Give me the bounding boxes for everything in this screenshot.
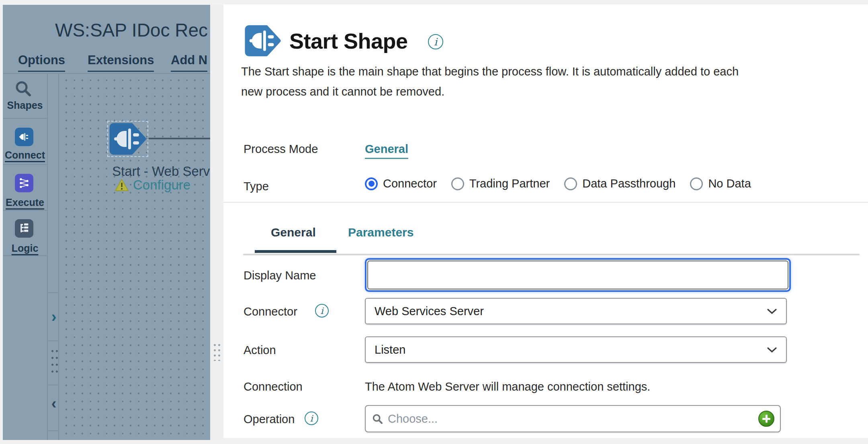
display-name-label: Display Name (244, 269, 316, 282)
configure-link[interactable]: Configure (133, 177, 190, 193)
start-shape-icon (109, 122, 147, 155)
display-name-field (365, 258, 791, 292)
radio-trading-partner[interactable]: Trading Partner (451, 177, 550, 190)
chevron-down-icon (767, 347, 777, 353)
connect-button[interactable] (15, 128, 33, 146)
tab-parameters[interactable]: Parameters (348, 226, 414, 239)
dialog-gutter (210, 5, 223, 440)
process-mode-value-link[interactable]: General (365, 143, 408, 159)
divider (49, 430, 59, 431)
flow-connector-line (147, 138, 210, 139)
search-icon (372, 413, 383, 424)
process-title: WS:SAP IDoc Rec (55, 19, 208, 41)
divider (3, 210, 47, 211)
radio-button-icon[interactable] (564, 177, 577, 190)
connection-label: Connection (244, 380, 303, 393)
process-canvas[interactable]: Start - Web Serv Configure (60, 74, 210, 440)
radio-no-data[interactable]: No Data (690, 177, 751, 190)
connector-label: Connector (244, 305, 297, 318)
panel-collapse-strip: › ‹ (49, 74, 59, 440)
divider (3, 255, 47, 256)
divider (49, 292, 59, 293)
chevron-left-icon[interactable]: ‹ (49, 396, 59, 411)
divider (3, 118, 47, 119)
logic-tree-icon (17, 222, 31, 235)
operation-info-icon[interactable]: i (305, 411, 318, 425)
divider (49, 340, 59, 341)
operation-search-input[interactable] (387, 412, 758, 426)
menu-item-options[interactable]: Options (18, 53, 65, 72)
tab-general[interactable]: General (271, 226, 316, 239)
operation-label: Operation (244, 413, 295, 426)
divider (3, 164, 47, 165)
dialog-description-line2: new process and it cannot be removed. (241, 85, 444, 98)
chevron-down-icon (767, 308, 777, 314)
radio-data-passthrough[interactable]: Data Passthrough (564, 177, 676, 190)
active-tab-underline (255, 250, 336, 253)
panel-resize-handle[interactable] (213, 342, 221, 361)
radio-button-icon[interactable] (690, 177, 703, 190)
connector-info-icon[interactable]: i (315, 304, 329, 318)
section-divider (223, 202, 868, 203)
add-operation-button[interactable] (758, 411, 774, 427)
drag-handle[interactable] (50, 348, 58, 374)
start-shape-icon (244, 24, 281, 57)
sidebar-item-connect[interactable]: Connect (3, 149, 47, 161)
radio-connector[interactable]: Connector (365, 177, 437, 190)
start-shape[interactable] (109, 122, 147, 155)
operation-field (365, 405, 781, 432)
search-icon[interactable] (14, 79, 33, 100)
menu-item-extensions[interactable]: Extensions (88, 53, 154, 72)
info-icon[interactable]: i (428, 34, 443, 49)
tab-divider (243, 254, 860, 255)
dialog-description-line1: The Start shape is the main shape that b… (241, 65, 739, 78)
connection-note: The Atom Web Server will manage connecti… (365, 380, 650, 393)
page-title: Start Shape (289, 29, 408, 53)
process-canvas-window: WS:SAP IDoc Rec Options Extensions Add N… (3, 5, 210, 440)
logic-button[interactable] (15, 219, 33, 238)
divider (49, 385, 59, 385)
type-radio-group: Connector Trading Partner Data Passthrou… (365, 177, 751, 190)
execute-branch-icon (17, 176, 31, 190)
shape-toolbar: Shapes Connect Execute (3, 74, 48, 440)
sidebar-item-execute[interactable]: Execute (3, 197, 47, 208)
start-shape-label: Start - Web Serv (112, 164, 210, 179)
connector-select[interactable]: Web Services Server (365, 298, 787, 324)
type-label: Type (244, 180, 269, 193)
sidebar-item-logic[interactable]: Logic (3, 242, 47, 254)
action-select[interactable]: Listen (365, 336, 787, 363)
chevron-right-icon[interactable]: › (49, 309, 59, 324)
execute-button[interactable] (15, 174, 33, 192)
menu-item-add[interactable]: Add N (171, 53, 207, 72)
sidebar-item-shapes[interactable]: Shapes (3, 100, 47, 111)
display-name-input[interactable] (367, 261, 788, 289)
start-shape-dialog: Start Shape i The Start shape is the mai… (223, 4, 868, 438)
radio-button-selected-icon[interactable] (365, 177, 378, 190)
screen: WS:SAP IDoc Rec Options Extensions Add N… (0, 0, 868, 444)
warning-triangle-icon (115, 179, 129, 191)
action-label: Action (244, 344, 276, 357)
process-mode-label: Process Mode (244, 143, 318, 156)
connector-plug-icon (17, 131, 31, 143)
radio-button-icon[interactable] (451, 177, 464, 190)
